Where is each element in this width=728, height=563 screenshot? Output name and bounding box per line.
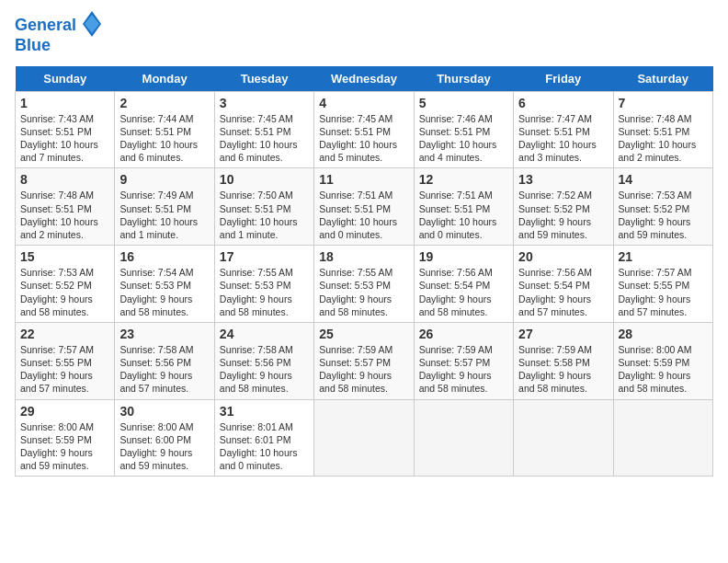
cell-details: Sunrise: 7:59 AMSunset: 5:57 PMDaylight:… [419,343,508,396]
calendar-cell: 10Sunrise: 7:50 AMSunset: 5:51 PMDayligh… [214,168,313,246]
cell-details: Sunrise: 8:00 AMSunset: 5:59 PMDaylight:… [619,343,708,396]
cell-details: Sunrise: 7:59 AMSunset: 5:58 PMDaylight:… [518,343,608,396]
week-row-5: 29Sunrise: 8:00 AMSunset: 5:59 PMDayligh… [16,399,713,477]
calendar-cell: 30Sunrise: 8:00 AMSunset: 6:00 PMDayligh… [115,399,214,477]
calendar-cell [514,399,613,477]
day-header-monday: Monday [115,66,214,92]
day-number: 4 [319,96,408,110]
day-number: 22 [20,327,109,341]
day-number: 12 [419,172,508,187]
day-number: 8 [20,172,109,187]
cell-details: Sunrise: 7:55 AMSunset: 5:53 PMDaylight:… [319,266,408,318]
cell-details: Sunrise: 7:48 AMSunset: 5:51 PMDaylight:… [619,112,708,165]
calendar-cell: 16Sunrise: 7:54 AMSunset: 5:53 PMDayligh… [115,246,214,323]
calendar-cell: 24Sunrise: 7:58 AMSunset: 5:56 PMDayligh… [214,322,313,399]
calendar-cell: 26Sunrise: 7:59 AMSunset: 5:57 PMDayligh… [414,322,513,399]
day-number: 31 [220,404,309,419]
calendar-cell: 27Sunrise: 7:59 AMSunset: 5:58 PMDayligh… [514,322,613,399]
day-number: 16 [119,249,209,264]
day-number: 18 [319,249,408,264]
day-number: 24 [220,327,309,341]
cell-details: Sunrise: 7:46 AMSunset: 5:51 PMDaylight:… [419,112,508,165]
cell-details: Sunrise: 7:51 AMSunset: 5:51 PMDaylight:… [419,189,508,241]
day-number: 14 [619,172,708,187]
calendar-cell: 15Sunrise: 7:53 AMSunset: 5:52 PMDayligh… [16,246,115,323]
calendar-cell: 7Sunrise: 7:48 AMSunset: 5:51 PMDaylight… [613,91,712,168]
calendar-cell: 13Sunrise: 7:52 AMSunset: 5:52 PMDayligh… [514,168,613,246]
cell-details: Sunrise: 7:48 AMSunset: 5:51 PMDaylight:… [20,189,109,241]
day-number: 5 [419,96,508,110]
calendar-cell: 2Sunrise: 7:44 AMSunset: 5:51 PMDaylight… [115,91,214,168]
calendar-cell: 18Sunrise: 7:55 AMSunset: 5:53 PMDayligh… [314,246,414,323]
day-number: 23 [119,327,209,341]
day-number: 11 [319,172,408,187]
calendar-cell: 23Sunrise: 7:58 AMSunset: 5:56 PMDayligh… [115,322,214,399]
calendar-cell: 1Sunrise: 7:43 AMSunset: 5:51 PMDaylight… [16,91,115,168]
calendar-cell: 31Sunrise: 8:01 AMSunset: 6:01 PMDayligh… [214,399,313,477]
cell-details: Sunrise: 7:57 AMSunset: 5:55 PMDaylight:… [20,343,109,396]
cell-details: Sunrise: 7:53 AMSunset: 5:52 PMDaylight:… [20,266,109,318]
day-header-wednesday: Wednesday [314,66,414,92]
week-row-3: 15Sunrise: 7:53 AMSunset: 5:52 PMDayligh… [16,246,713,323]
calendar-cell: 20Sunrise: 7:56 AMSunset: 5:54 PMDayligh… [514,246,613,323]
calendar-cell: 21Sunrise: 7:57 AMSunset: 5:55 PMDayligh… [613,246,712,323]
cell-details: Sunrise: 7:54 AMSunset: 5:53 PMDaylight:… [119,266,209,318]
cell-details: Sunrise: 7:59 AMSunset: 5:57 PMDaylight:… [319,343,408,396]
day-number: 7 [619,96,708,110]
day-header-saturday: Saturday [613,66,712,92]
calendar-cell: 19Sunrise: 7:56 AMSunset: 5:54 PMDayligh… [414,246,513,323]
day-number: 9 [119,172,209,187]
day-number: 15 [20,249,109,264]
day-number: 28 [619,327,708,341]
logo-blue: Blue [15,37,101,55]
cell-details: Sunrise: 7:56 AMSunset: 5:54 PMDaylight:… [419,266,508,318]
calendar-cell: 5Sunrise: 7:46 AMSunset: 5:51 PMDaylight… [414,91,513,168]
calendar-cell: 11Sunrise: 7:51 AMSunset: 5:51 PMDayligh… [314,168,414,246]
day-number: 20 [518,249,608,264]
calendar-cell: 25Sunrise: 7:59 AMSunset: 5:57 PMDayligh… [314,322,414,399]
calendar-cell: 28Sunrise: 8:00 AMSunset: 5:59 PMDayligh… [613,322,712,399]
day-header-friday: Friday [514,66,613,92]
cell-details: Sunrise: 7:56 AMSunset: 5:54 PMDaylight:… [518,266,608,318]
logo-text: General [15,15,101,37]
calendar-cell [613,399,712,477]
day-number: 27 [518,327,608,341]
day-number: 21 [619,249,708,264]
cell-details: Sunrise: 7:45 AMSunset: 5:51 PMDaylight:… [319,112,408,165]
cell-details: Sunrise: 7:49 AMSunset: 5:51 PMDaylight:… [119,189,209,241]
day-number: 13 [518,172,608,187]
calendar-cell [314,399,414,477]
cell-details: Sunrise: 8:00 AMSunset: 6:00 PMDaylight:… [119,420,209,473]
cell-details: Sunrise: 7:53 AMSunset: 5:52 PMDaylight:… [619,189,708,241]
cell-details: Sunrise: 8:01 AMSunset: 6:01 PMDaylight:… [220,420,309,473]
calendar-table: SundayMondayTuesdayWednesdayThursdayFrid… [15,66,713,477]
day-number: 3 [220,96,309,110]
cell-details: Sunrise: 7:51 AMSunset: 5:51 PMDaylight:… [319,189,408,241]
calendar-cell: 9Sunrise: 7:49 AMSunset: 5:51 PMDaylight… [115,168,214,246]
calendar-cell: 3Sunrise: 7:45 AMSunset: 5:51 PMDaylight… [214,91,313,168]
day-number: 29 [20,404,109,419]
cell-details: Sunrise: 7:52 AMSunset: 5:52 PMDaylight:… [518,189,608,241]
day-number: 19 [419,249,508,264]
day-number: 30 [119,404,209,419]
cell-details: Sunrise: 7:55 AMSunset: 5:53 PMDaylight:… [220,266,309,318]
calendar-cell: 29Sunrise: 8:00 AMSunset: 5:59 PMDayligh… [16,399,115,477]
calendar-cell: 12Sunrise: 7:51 AMSunset: 5:51 PMDayligh… [414,168,513,246]
day-number: 17 [220,249,309,264]
week-row-4: 22Sunrise: 7:57 AMSunset: 5:55 PMDayligh… [16,322,713,399]
day-number: 10 [220,172,309,187]
calendar-cell: 17Sunrise: 7:55 AMSunset: 5:53 PMDayligh… [214,246,313,323]
cell-details: Sunrise: 7:58 AMSunset: 5:56 PMDaylight:… [220,343,309,396]
day-header-sunday: Sunday [16,66,115,92]
cell-details: Sunrise: 7:57 AMSunset: 5:55 PMDaylight:… [619,266,708,318]
day-number: 2 [119,96,209,110]
calendar-cell: 22Sunrise: 7:57 AMSunset: 5:55 PMDayligh… [16,322,115,399]
cell-details: Sunrise: 7:58 AMSunset: 5:56 PMDaylight:… [119,343,209,396]
cell-details: Sunrise: 7:43 AMSunset: 5:51 PMDaylight:… [20,112,109,165]
day-number: 26 [419,327,508,341]
cell-details: Sunrise: 7:50 AMSunset: 5:51 PMDaylight:… [220,189,309,241]
day-header-tuesday: Tuesday [214,66,313,92]
day-header-thursday: Thursday [414,66,513,92]
cell-details: Sunrise: 7:44 AMSunset: 5:51 PMDaylight:… [119,112,209,165]
page-header: General Blue [15,15,713,55]
